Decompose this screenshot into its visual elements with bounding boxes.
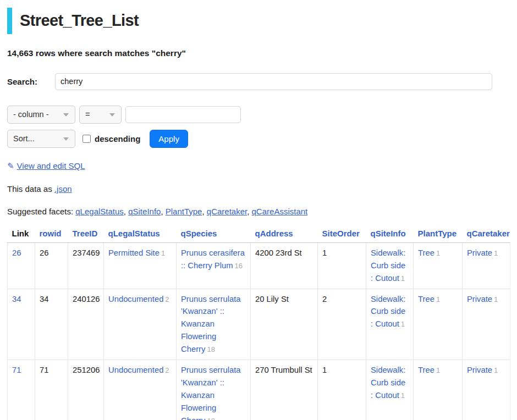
cell-qcaretaker: Private1 bbox=[463, 289, 510, 360]
facet-count: 18 bbox=[207, 417, 215, 420]
sort-select-wrap: Sort... bbox=[7, 130, 75, 148]
cell-treeid: 240126 bbox=[68, 289, 104, 360]
facet-count: 1 bbox=[401, 274, 405, 283]
cell-siteorder: 1 bbox=[318, 242, 366, 289]
column-header-qspecies: qSpecies bbox=[177, 225, 251, 243]
facet-count: 2 bbox=[165, 295, 169, 303]
facets-prefix: Suggested facets: bbox=[7, 207, 73, 216]
row-detail-link[interactable]: 71 bbox=[12, 366, 21, 374]
facet-value-link[interactable]: Tree bbox=[418, 248, 435, 257]
table-row: 26 26 237469 Permitted Site1 Prunus cera… bbox=[8, 242, 510, 289]
facet-value-link[interactable]: Permitted Site bbox=[108, 248, 160, 257]
cell-qspecies: Prunus cerasifera :: Cherry Plum16 bbox=[177, 242, 251, 289]
json-export-link[interactable]: .json bbox=[54, 184, 72, 194]
cell-qspecies: Prunus serrulata 'Kwanzan' :: Kwanzan Fl… bbox=[177, 289, 251, 360]
sort-by-qcaretaker-link[interactable]: qCaretaker bbox=[467, 229, 510, 238]
cell-link: 71 bbox=[8, 360, 35, 420]
facet-link-planttype[interactable]: PlantType bbox=[166, 207, 202, 216]
facet-separator: , bbox=[124, 207, 128, 216]
facet-value-link[interactable]: Private bbox=[467, 248, 492, 257]
cell-planttype: Tree1 bbox=[414, 289, 463, 360]
facet-link-qlegalstatus[interactable]: qLegalStatus bbox=[75, 207, 124, 216]
cell-qsiteinfo: Sidewalk: Curb side : Cutout1 bbox=[366, 242, 414, 289]
apply-button[interactable]: Apply bbox=[150, 130, 188, 148]
pencil-icon: ✎ bbox=[7, 161, 14, 170]
cell-qspecies: Prunus serrulata 'Kwanzan' :: Kwanzan Fl… bbox=[177, 360, 251, 420]
column-header-planttype: PlantType bbox=[414, 225, 463, 243]
facet-count: 1 bbox=[494, 366, 498, 374]
cell-qaddress: 4200 23rd St bbox=[251, 242, 318, 289]
facet-value-link[interactable]: Sidewalk: Curb side : Cutout bbox=[371, 366, 405, 400]
facet-value-link[interactable]: Undocumented bbox=[108, 295, 163, 303]
facet-value-link[interactable]: Private bbox=[467, 366, 492, 374]
facet-separator: , bbox=[247, 207, 251, 216]
sort-select[interactable]: Sort... bbox=[7, 130, 75, 148]
cell-qlegalstatus: Undocumented2 bbox=[104, 360, 177, 420]
table-header-row: Link rowid TreeID qLegalStatus qSpecies … bbox=[8, 225, 510, 243]
sort-row: Sort... descending Apply bbox=[7, 130, 510, 148]
facet-value-link[interactable]: Sidewalk: Curb side : Cutout bbox=[371, 295, 405, 329]
cell-qcaretaker: Private1 bbox=[463, 360, 510, 420]
facet-value-link[interactable]: Tree bbox=[418, 295, 435, 303]
sort-by-siteorder-link[interactable]: SiteOrder bbox=[322, 229, 360, 238]
filter-value-input[interactable] bbox=[125, 106, 241, 123]
facet-count: 1 bbox=[436, 366, 440, 374]
sort-by-qspecies-link[interactable]: qSpecies bbox=[181, 229, 217, 238]
cell-qaddress: 270 Trumbull St bbox=[251, 360, 318, 420]
column-select-wrap: - column - bbox=[7, 106, 75, 124]
column-header-qsiteinfo: qSiteInfo bbox=[366, 225, 414, 243]
facet-count: 1 bbox=[401, 391, 405, 400]
sort-by-qlegalstatus-link[interactable]: qLegalStatus bbox=[108, 229, 160, 238]
facet-separator: , bbox=[202, 207, 206, 216]
sort-by-rowid-link[interactable]: rowid bbox=[40, 229, 62, 238]
cell-rowid: 26 bbox=[35, 242, 68, 289]
table-row: 71 71 251206 Undocumented2 Prunus serrul… bbox=[8, 360, 510, 420]
filter-operator-select[interactable]: = bbox=[79, 106, 122, 124]
facet-link-qcareassistant[interactable]: qCareAssistant bbox=[252, 207, 308, 216]
sort-by-qaddress-link[interactable]: qAddress bbox=[255, 229, 293, 238]
facet-value-link[interactable]: Sidewalk: Curb side : Cutout bbox=[371, 248, 405, 283]
facet-count: 1 bbox=[494, 295, 498, 303]
column-header-qaddress: qAddress bbox=[251, 225, 318, 243]
cell-planttype: Tree1 bbox=[414, 242, 463, 289]
cell-siteorder: 1 bbox=[318, 360, 366, 420]
facet-value-link[interactable]: Undocumented bbox=[108, 366, 163, 374]
facet-link-qsiteinfo[interactable]: qSiteInfo bbox=[128, 207, 161, 216]
page-title: Street_Tree_List bbox=[7, 8, 510, 34]
facet-count: 1 bbox=[494, 249, 498, 257]
facet-count: 1 bbox=[436, 295, 440, 303]
sort-by-planttype-link[interactable]: PlantType bbox=[418, 229, 457, 238]
data-export-line: This data as .json bbox=[7, 184, 510, 194]
column-header-qcaretaker: qCaretaker bbox=[463, 225, 510, 243]
rows-count-summary: 14,663 rows where search matches "cherry… bbox=[7, 48, 510, 58]
sort-by-treeid-link[interactable]: TreeID bbox=[73, 229, 98, 238]
page-container: Street_Tree_List 14,663 rows where searc… bbox=[0, 8, 517, 420]
search-input[interactable] bbox=[55, 73, 492, 90]
filter-row: - column - = bbox=[7, 106, 510, 124]
cell-qlegalstatus: Permitted Site1 bbox=[104, 242, 177, 289]
row-detail-link[interactable]: 26 bbox=[12, 248, 21, 257]
cell-qaddress: 20 Lily St bbox=[251, 289, 318, 360]
facet-link-qcaretaker[interactable]: qCaretaker bbox=[207, 207, 247, 216]
column-header-treeid: TreeID bbox=[68, 225, 104, 243]
facet-value-link[interactable]: Private bbox=[467, 295, 492, 303]
facet-value-link[interactable]: Prunus serrulata 'Kwanzan' :: Kwanzan Fl… bbox=[181, 366, 241, 420]
sort-by-qsiteinfo-link[interactable]: qSiteInfo bbox=[371, 229, 406, 238]
column-header-link: Link bbox=[8, 225, 35, 243]
filter-column-select[interactable]: - column - bbox=[7, 106, 75, 124]
cell-link: 34 bbox=[8, 289, 35, 360]
suggested-facets-line: Suggested facets: qLegalStatus, qSiteInf… bbox=[7, 207, 510, 216]
row-detail-link[interactable]: 34 bbox=[12, 295, 21, 303]
view-edit-sql-link[interactable]: View and edit SQL bbox=[17, 161, 85, 170]
data-as-prefix: This data as bbox=[7, 184, 52, 194]
cell-link: 26 bbox=[8, 242, 35, 289]
cell-treeid: 251206 bbox=[68, 360, 104, 420]
descending-label: descending bbox=[95, 134, 140, 143]
facet-separator: , bbox=[161, 207, 165, 216]
column-header-qlegalstatus: qLegalStatus bbox=[104, 225, 177, 243]
descending-checkbox[interactable] bbox=[82, 135, 91, 143]
facet-value-link[interactable]: Tree bbox=[418, 366, 435, 374]
cell-qsiteinfo: Sidewalk: Curb side : Cutout1 bbox=[366, 360, 414, 420]
search-form: Search: bbox=[7, 73, 510, 90]
column-header-rowid: rowid bbox=[35, 225, 68, 243]
